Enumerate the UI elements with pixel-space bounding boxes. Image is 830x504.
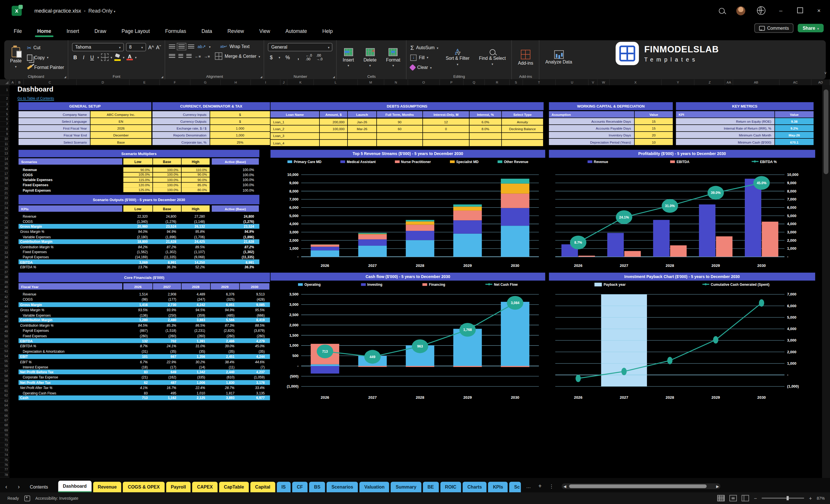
- sort-filter-button[interactable]: AZ▽Sort & Filter▾: [444, 43, 472, 72]
- font-size-select[interactable]: 8▾: [126, 43, 146, 52]
- menu-tab-review[interactable]: Review: [226, 26, 245, 36]
- debts-cell[interactable]: Declining Balance: [502, 126, 543, 132]
- row-header-45[interactable]: 45: [0, 310, 9, 314]
- addins-button[interactable]: Add-ins: [516, 43, 535, 72]
- underline-chevron-icon[interactable]: ▾: [97, 55, 99, 59]
- alignment-dialog-launcher[interactable]: ◢: [260, 75, 262, 78]
- vertical-scrollbar-thumb[interactable]: [824, 90, 829, 174]
- column-header-AD[interactable]: AD: [812, 80, 830, 85]
- debts-cell[interactable]: [320, 139, 347, 146]
- row-header-55[interactable]: 55: [0, 359, 9, 364]
- scenario-multipliers-cell[interactable]: 120.0%: [123, 183, 153, 187]
- row-header-53[interactable]: 53: [0, 349, 9, 354]
- general-setup-value[interactable]: EN: [90, 118, 151, 124]
- autosum-button[interactable]: ΣAutoSum▾: [410, 44, 439, 52]
- borders-icon[interactable]: [101, 54, 108, 61]
- analyze-data-button[interactable]: Analyze Data: [543, 43, 574, 72]
- sheet-tab-summary[interactable]: Summary: [391, 482, 421, 492]
- table-of-contents-link[interactable]: Go to Table of Contents: [18, 96, 102, 102]
- working-capital-value[interactable]: 10: [635, 139, 673, 145]
- align-center-icon[interactable]: [179, 54, 183, 58]
- row-header-6[interactable]: 6: [0, 117, 9, 122]
- add-sheet-button[interactable]: +: [535, 483, 545, 492]
- sheet-tab-charts[interactable]: Charts: [463, 482, 487, 492]
- increase-decimal-icon[interactable]: ←.0.00: [306, 54, 312, 61]
- row-header-34[interactable]: 34: [0, 255, 9, 260]
- sheet-tab-kpis[interactable]: KPIs: [488, 482, 508, 492]
- row-header-46[interactable]: 46: [0, 315, 9, 319]
- column-header-M[interactable]: M: [357, 80, 384, 85]
- debts-cell[interactable]: 60: [377, 126, 422, 132]
- merge-center-button[interactable]: Merge & Center▾: [215, 52, 260, 60]
- row-header-72[interactable]: 72: [0, 443, 9, 448]
- normal-view-button[interactable]: [717, 495, 725, 501]
- column-header-AC[interactable]: AC: [780, 80, 812, 85]
- number-format-select[interactable]: General▾: [268, 43, 332, 52]
- copy-button[interactable]: Copy▾: [27, 54, 64, 61]
- row-header-56[interactable]: 56: [0, 364, 9, 369]
- read-only-chevron-icon[interactable]: ▾: [114, 10, 116, 13]
- percent-style-icon[interactable]: %: [285, 54, 291, 60]
- row-header-70[interactable]: 70: [0, 433, 9, 438]
- debts-cell[interactable]: [377, 139, 422, 146]
- row-header-49[interactable]: 49: [0, 329, 9, 334]
- paste-button[interactable]: Paste▾: [8, 43, 24, 72]
- borders-chevron-icon[interactable]: ▾: [111, 55, 113, 59]
- fill-color-chevron-icon[interactable]: ▾: [123, 55, 124, 59]
- account-avatar[interactable]: [736, 6, 745, 15]
- row-header-33[interactable]: 33: [0, 250, 9, 255]
- sheet-nav-right[interactable]: ›: [12, 483, 25, 492]
- row-header-54[interactable]: 54: [0, 354, 9, 359]
- debts-cell[interactable]: [320, 133, 347, 139]
- row-header-20[interactable]: 20: [0, 186, 9, 191]
- menu-tab-file[interactable]: File: [12, 26, 23, 36]
- row-header-43[interactable]: 43: [0, 300, 9, 305]
- column-header-O[interactable]: O: [408, 80, 440, 85]
- working-capital-value[interactable]: 15: [635, 125, 673, 131]
- row-header-40[interactable]: 40: [0, 285, 9, 290]
- row-header-13[interactable]: 13: [0, 152, 9, 156]
- maximize-button[interactable]: [796, 7, 804, 14]
- column-header-C[interactable]: C: [24, 80, 77, 85]
- row-header-36[interactable]: 36: [0, 265, 9, 270]
- menu-tab-draw[interactable]: Draw: [94, 26, 107, 36]
- general-setup-value[interactable]: ABC Company Inc.: [90, 111, 151, 118]
- hscroll-left-icon[interactable]: ◀: [564, 484, 566, 489]
- italic-button[interactable]: I: [81, 54, 87, 60]
- currency-tax-value[interactable]: 1,000: [210, 132, 270, 138]
- debts-cell[interactable]: Jan-26: [348, 119, 376, 125]
- scenario-multipliers-cell[interactable]: 105.0%: [123, 172, 153, 177]
- scenario-multipliers-cell[interactable]: 110.0%: [182, 167, 210, 172]
- sheet-tabs-overflow[interactable]: …: [522, 484, 535, 493]
- environment-icon[interactable]: [757, 6, 766, 15]
- sheet-tab-dashboard[interactable]: Dashboard: [58, 480, 91, 492]
- font-name-select[interactable]: Tahoma▾: [72, 43, 124, 52]
- currency-tax-value[interactable]: $: [210, 118, 270, 124]
- row-header-76[interactable]: 76: [0, 463, 9, 467]
- zoom-out-button[interactable]: −: [754, 495, 757, 501]
- row-header-69[interactable]: 69: [0, 428, 9, 433]
- comments-button[interactable]: Comments: [755, 23, 794, 33]
- column-header-AA[interactable]: AA: [725, 80, 733, 85]
- row-header-61[interactable]: 61: [0, 389, 9, 393]
- row-header-51[interactable]: 51: [0, 339, 9, 344]
- column-header-K[interactable]: K: [287, 80, 314, 85]
- currency-tax-value[interactable]: $: [210, 111, 270, 118]
- row-header-73[interactable]: 73: [0, 448, 9, 453]
- chart-cash-flow[interactable]: Cash flow ($'000) - 5 years to December …: [270, 273, 545, 402]
- row-header-4[interactable]: 4: [0, 107, 9, 112]
- accessibility-status[interactable]: Accessibility: Investigate: [35, 496, 78, 501]
- delete-cells-button[interactable]: Delete▾: [361, 43, 379, 72]
- zoom-slider[interactable]: [762, 498, 804, 499]
- debts-cell[interactable]: [423, 139, 469, 146]
- row-header-25[interactable]: 25: [0, 211, 9, 216]
- row-header-9[interactable]: 9: [0, 132, 9, 137]
- row-header-62[interactable]: 62: [0, 393, 9, 399]
- scenario-multipliers-cell[interactable]: 100.0%: [153, 172, 181, 177]
- row-header-30[interactable]: 30: [0, 235, 9, 240]
- debts-cell[interactable]: Loan_3: [270, 133, 319, 139]
- align-right-icon[interactable]: [187, 54, 192, 58]
- font-color-chevron-icon[interactable]: ▾: [135, 55, 137, 59]
- chart-profitability[interactable]: Profitability ($'000) - 5 years to Decem…: [549, 150, 815, 271]
- scenario-multipliers-cell[interactable]: 80.0%: [182, 188, 210, 192]
